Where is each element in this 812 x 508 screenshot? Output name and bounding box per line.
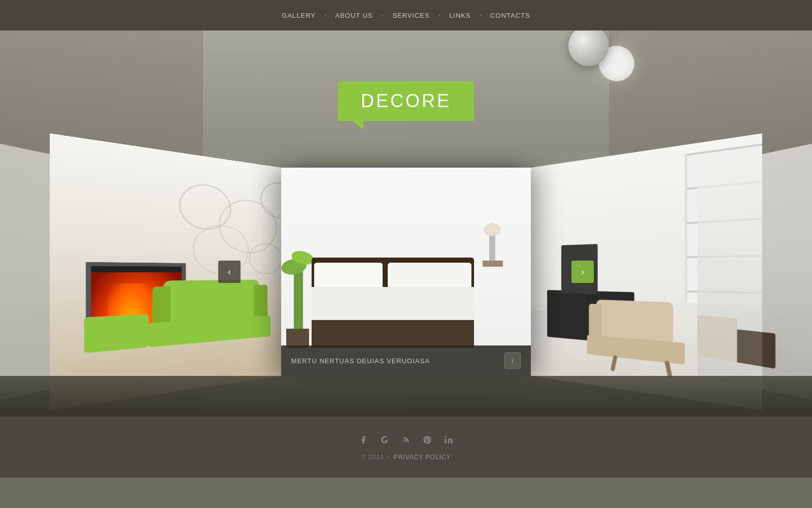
ottoman (84, 314, 149, 353)
lounge-chair (597, 300, 673, 364)
floor-reflection (0, 376, 812, 417)
footer: © 2014 • PRIVACY POLICY (0, 417, 812, 478)
panel-left (50, 133, 281, 410)
social-rss[interactable] (400, 434, 412, 446)
speaker-left (531, 310, 547, 337)
panel-center: MERTU NERTUAS DEUIAS VERUOIASA i (281, 168, 531, 376)
brand-bubble: DECORE (338, 81, 474, 121)
svg-point-0 (403, 442, 404, 443)
info-button[interactable]: i (504, 353, 521, 369)
prev-arrow-icon: ‹ (228, 267, 231, 276)
copyright-text: © 2014 (361, 454, 384, 461)
fr-room-bg (697, 128, 812, 416)
privacy-policy-link[interactable]: PRIVACY POLICY (394, 454, 451, 461)
brand-name: DECORE (361, 90, 451, 111)
social-facebook[interactable] (357, 434, 369, 446)
social-linkedin[interactable] (443, 434, 455, 446)
social-googleplus[interactable] (379, 434, 391, 446)
next-arrow-icon: › (581, 267, 584, 276)
social-icons-container (357, 434, 455, 446)
main-nav: GALLERY • ABOUT US • SERVICES • LINKS • … (273, 12, 539, 19)
sofa-edge (697, 315, 737, 362)
carousel-container: MERTU NERTUAS DEUIAS VERUOIASA i (0, 168, 812, 376)
green-sofa (163, 279, 259, 345)
footer-copyright-row: © 2014 • PRIVACY POLICY (361, 454, 451, 461)
bedside-lamp-shade (484, 224, 500, 236)
pillow-right (388, 263, 471, 291)
bubble-box: DECORE (338, 81, 474, 121)
panel-far-right (697, 128, 812, 416)
bedside-lamp-pole (489, 235, 495, 263)
prev-arrow[interactable]: ‹ (218, 261, 241, 283)
bedside-table (483, 261, 503, 267)
next-arrow[interactable]: › (571, 261, 594, 283)
caption-text: MERTU NERTUAS DEUIAS VERUOIASA (291, 357, 499, 365)
bed-sheet (312, 287, 474, 320)
svg-point-1 (445, 436, 447, 437)
caption-bar: MERTU NERTUAS DEUIAS VERUOIASA i (281, 345, 531, 376)
hero-section: DECORE (0, 30, 812, 417)
nav-item-gallery[interactable]: GALLERY (273, 12, 325, 19)
header: GALLERY • ABOUT US • SERVICES • LINKS • … (0, 0, 812, 30)
nav-item-services[interactable]: SERVICES (383, 12, 439, 19)
nav-item-about[interactable]: ABOUT US (326, 12, 382, 19)
pillow-left (314, 263, 383, 291)
footer-separator: • (388, 455, 389, 459)
nav-item-contacts[interactable]: CONTACTS (481, 12, 539, 19)
social-pinterest[interactable] (421, 434, 433, 446)
nav-item-links[interactable]: LINKS (440, 12, 480, 19)
